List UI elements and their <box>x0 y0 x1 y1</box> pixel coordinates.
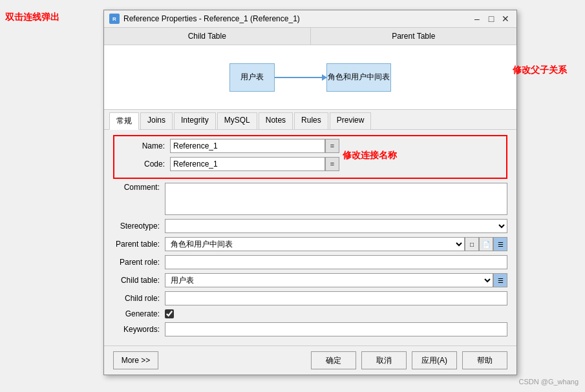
diagram-inner: 用户表 角色和用户中间表 <box>229 63 391 92</box>
stereotype-select[interactable] <box>165 219 507 233</box>
parent-table-select-wrapper: 角色和用户中间表 <box>165 237 465 251</box>
tabs-bar: 常规 Joins Integrity MySQL Notes Rules Pre… <box>104 110 516 130</box>
parent-role-input[interactable] <box>165 255 507 269</box>
more-button[interactable]: More >> <box>113 351 158 369</box>
page-background: 双击连线弹出 修改父子关系 修改连接名称 R Reference Propert… <box>0 0 585 392</box>
name-row: Name: = <box>118 139 502 153</box>
child-role-label: Child role: <box>113 294 165 303</box>
dialog-icon: R <box>109 14 120 24</box>
annotation-top-left: 双击连线弹出 <box>5 12 59 23</box>
comment-textarea[interactable] <box>165 183 507 215</box>
parent-role-label: Parent role: <box>113 258 165 267</box>
tab-notes[interactable]: Notes <box>259 112 293 129</box>
ok-button[interactable]: 确定 <box>311 351 356 369</box>
credit-text: CSDN @G_whang <box>519 378 579 386</box>
diagram-area: 用户表 角色和用户中间表 <box>104 45 516 110</box>
child-table-select-wrapper: 用户表 <box>165 273 493 287</box>
child-table-label: Child table: <box>113 276 165 285</box>
child-table-browse-button[interactable]: ☰ <box>493 273 507 287</box>
code-equals-button[interactable]: = <box>325 157 339 171</box>
minimize-button[interactable]: – <box>471 13 483 25</box>
stereotype-select-wrapper <box>165 219 507 233</box>
relationship-arrow <box>275 77 326 78</box>
bottom-right: 确定 取消 应用(A) 帮助 <box>311 351 507 369</box>
keywords-label: Keywords: <box>113 325 165 334</box>
bottom-bar: More >> 确定 取消 应用(A) 帮助 <box>104 346 516 375</box>
tab-general[interactable]: 常规 <box>109 112 139 130</box>
name-equals-button[interactable]: = <box>325 139 339 153</box>
generate-row: Generate: <box>113 309 507 318</box>
parent-role-row: Parent role: <box>113 255 507 269</box>
stereotype-row: Stereotype: <box>113 219 507 233</box>
parent-table-button[interactable]: Parent Table <box>311 28 517 45</box>
comment-row: Comment: <box>113 183 507 215</box>
code-row: Code: = <box>118 157 502 171</box>
code-input[interactable] <box>170 157 325 171</box>
parent-table-row: Parent table: 角色和用户中间表 □ 📄 ☰ <box>113 237 507 251</box>
generate-checkbox[interactable] <box>165 309 174 318</box>
stereotype-label: Stereotype: <box>113 222 165 231</box>
child-role-row: Child role: <box>113 291 507 305</box>
comment-label: Comment: <box>113 183 165 192</box>
name-label: Name: <box>118 141 170 150</box>
parent-table-select[interactable]: 角色和用户中间表 <box>165 237 465 251</box>
titlebar-controls: – □ ✕ <box>471 13 511 25</box>
bottom-left: More >> <box>113 351 158 369</box>
parent-table-browse-button[interactable]: ☰ <box>493 237 507 251</box>
generate-label: Generate: <box>113 309 165 318</box>
parent-table-label: Parent table: <box>113 240 165 249</box>
maximize-button[interactable]: □ <box>485 13 497 25</box>
parent-table-box: 角色和用户中间表 <box>326 63 391 92</box>
apply-button[interactable]: 应用(A) <box>412 351 457 369</box>
table-header-section: Child Table Parent Table <box>104 28 516 45</box>
annotation-name: 修改连接名称 <box>343 150 397 161</box>
tab-mysql[interactable]: MySQL <box>217 112 257 129</box>
child-table-select[interactable]: 用户表 <box>165 273 493 287</box>
form-area: Name: = Code: = Comment: Stereotype: <box>104 130 516 346</box>
tab-preview[interactable]: Preview <box>330 112 372 129</box>
parent-table-new-button[interactable]: □ <box>465 237 479 251</box>
child-role-input[interactable] <box>165 291 507 305</box>
titlebar-left: R Reference Properties - Reference_1 (Re… <box>109 14 300 24</box>
titlebar: R Reference Properties - Reference_1 (Re… <box>104 10 516 28</box>
tab-integrity[interactable]: Integrity <box>174 112 216 129</box>
keywords-input[interactable] <box>165 322 507 336</box>
reference-properties-dialog: R Reference Properties - Reference_1 (Re… <box>103 10 517 375</box>
help-button[interactable]: 帮助 <box>462 351 507 369</box>
name-code-group: Name: = Code: = <box>113 135 507 179</box>
child-table-row: Child table: 用户表 ☰ <box>113 273 507 287</box>
keywords-row: Keywords: <box>113 322 507 336</box>
parent-table-props-button[interactable]: 📄 <box>479 237 493 251</box>
code-label: Code: <box>118 160 170 169</box>
annotation-top-right: 修改父子关系 <box>513 65 567 76</box>
child-table-button[interactable]: Child Table <box>104 28 311 45</box>
child-table-box: 用户表 <box>229 63 275 92</box>
tab-rules[interactable]: Rules <box>294 112 328 129</box>
close-button[interactable]: ✕ <box>500 13 511 25</box>
cancel-button[interactable]: 取消 <box>361 351 407 369</box>
tab-joins[interactable]: Joins <box>140 112 173 129</box>
name-input[interactable] <box>170 139 325 153</box>
dialog-title: Reference Properties - Reference_1 (Refe… <box>123 14 300 23</box>
